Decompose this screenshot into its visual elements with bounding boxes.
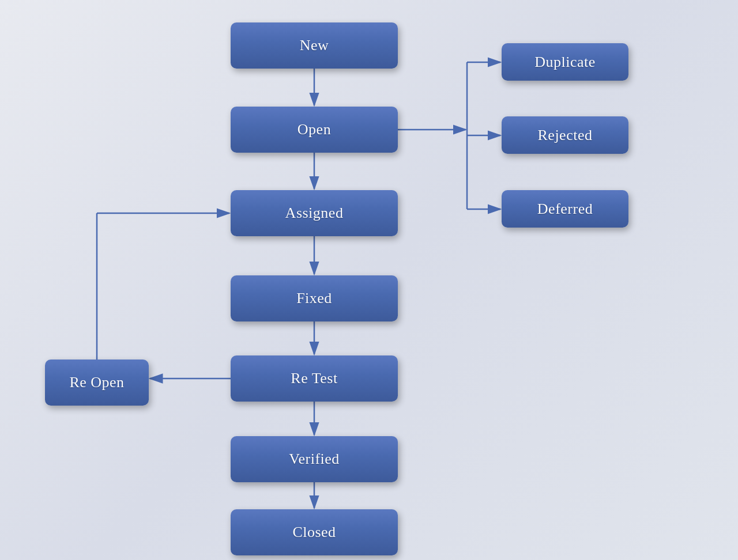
node-deferred-label: Deferred bbox=[537, 200, 593, 218]
node-deferred: Deferred bbox=[502, 190, 628, 228]
node-closed: Closed bbox=[231, 509, 398, 555]
node-rejected-label: Rejected bbox=[538, 127, 593, 144]
node-fixed: Fixed bbox=[231, 275, 398, 321]
node-retest-label: Re Test bbox=[291, 370, 337, 387]
node-duplicate-label: Duplicate bbox=[534, 54, 596, 71]
node-new-label: New bbox=[300, 37, 329, 54]
node-open-label: Open bbox=[298, 121, 331, 138]
node-assigned-label: Assigned bbox=[285, 205, 344, 222]
node-duplicate: Duplicate bbox=[502, 43, 628, 81]
node-verified-label: Verified bbox=[289, 451, 340, 468]
node-rejected: Rejected bbox=[502, 116, 628, 154]
node-assigned: Assigned bbox=[231, 190, 398, 236]
node-verified: Verified bbox=[231, 436, 398, 482]
node-fixed-label: Fixed bbox=[296, 290, 332, 307]
node-closed-label: Closed bbox=[292, 524, 336, 541]
node-new: New bbox=[231, 22, 398, 69]
node-open: Open bbox=[231, 107, 398, 153]
node-retest: Re Test bbox=[231, 355, 398, 402]
node-reopen-label: Re Open bbox=[69, 374, 124, 391]
diagram-container: New Open Assigned Fixed Re Test Verified… bbox=[0, 0, 738, 560]
node-reopen: Re Open bbox=[45, 360, 149, 406]
